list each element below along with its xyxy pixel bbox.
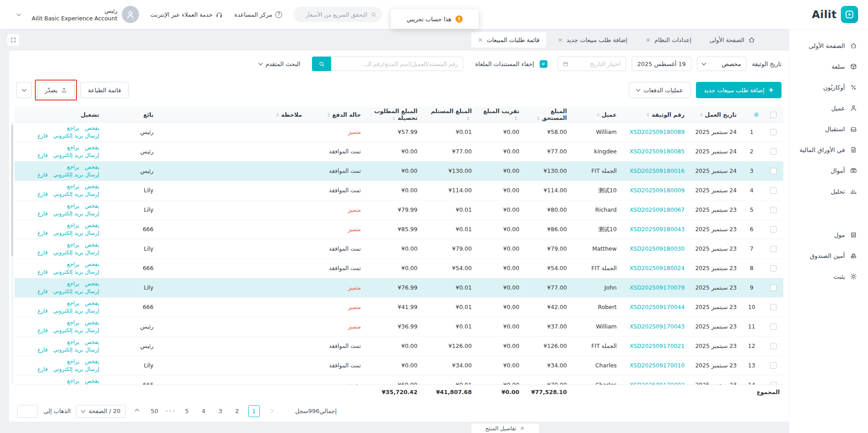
action-review-link[interactable]: يراجع — [67, 144, 79, 152]
page-50[interactable]: 50 — [149, 405, 160, 417]
quick-price-check[interactable] — [293, 7, 382, 22]
action-view-link[interactable]: يفحص — [85, 261, 99, 268]
action-view-link[interactable]: يفحص — [85, 338, 99, 346]
action-review-link[interactable]: يراجع — [67, 377, 79, 385]
search-button[interactable] — [312, 57, 331, 71]
account-menu[interactable]: رئيس Ailit Basic Experience Account — [32, 6, 139, 23]
sidebar-item-4[interactable]: استقبال — [789, 119, 868, 139]
account-caret-icon[interactable] — [17, 12, 21, 16]
row-checkbox[interactable] — [770, 226, 777, 233]
sort-icon[interactable] — [393, 117, 395, 120]
table-scrollbar[interactable] — [11, 122, 13, 384]
action-review-link[interactable]: يراجع — [67, 163, 79, 171]
document-number-link[interactable]: XSD202509180009 — [629, 187, 685, 194]
payment-operations-button[interactable]: عمليات الدفعات — [629, 82, 691, 98]
date-to-input[interactable]: اختيار التاريخ — [557, 57, 626, 71]
action-review-link[interactable]: يراجع — [67, 124, 79, 132]
action-void-link[interactable]: فارغ — [38, 307, 48, 315]
action-review-link[interactable]: يراجع — [67, 241, 79, 249]
action-send-email-link[interactable]: إرسال بريد إلكتروني — [53, 210, 99, 218]
column-doc_no[interactable]: رقم الوثيقة — [620, 107, 688, 123]
page-2[interactable]: 2 — [231, 405, 243, 417]
table-row[interactable]: 6 23 سبتمبر 2025 XSD202509180043 测试10 ¥8… — [14, 220, 783, 239]
action-send-email-link[interactable]: إرسال بريد إلكتروني — [53, 307, 99, 315]
sort-icon[interactable] — [467, 117, 470, 120]
fullscreen-toggle-button[interactable] — [7, 34, 19, 46]
document-number-link[interactable]: XSD202509180030 — [629, 245, 685, 252]
action-void-link[interactable]: فارغ — [38, 249, 48, 257]
row-checkbox[interactable] — [770, 246, 777, 252]
table-row[interactable]: 13 23 سبتمبر 2025 XSD202509170010 Charle… — [14, 356, 783, 376]
column-work_date[interactable]: تاريخ العمل — [688, 107, 740, 123]
action-review-link[interactable]: يراجع — [67, 261, 79, 268]
row-checkbox[interactable] — [770, 324, 777, 330]
product-details-drawer[interactable]: تفاصيل المنتج — [471, 423, 540, 433]
table-row[interactable]: 12 23 سبتمبر 2025 XSD202509170021 الجملة… — [14, 337, 783, 356]
help-center-link[interactable]: ? مركز المساعدة — [234, 11, 282, 18]
document-number-link[interactable]: XSD202509170044 — [629, 304, 685, 310]
table-row[interactable]: 4 24 سبتمبر 2025 XSD202509180009 测试10 ¥1… — [14, 181, 783, 200]
action-review-link[interactable]: يراجع — [67, 358, 79, 366]
action-void-link[interactable]: فارغ — [38, 288, 48, 295]
sort-icon[interactable] — [537, 117, 540, 120]
select-all-checkbox[interactable] — [770, 112, 777, 118]
date-from-input[interactable]: 19 أغسطس 2025 — [632, 57, 691, 71]
action-view-link[interactable]: يفحص — [85, 300, 99, 307]
document-number-link[interactable]: XSD202509180085 — [629, 148, 685, 155]
action-review-link[interactable]: يراجع — [67, 202, 79, 210]
row-checkbox[interactable] — [770, 343, 777, 349]
action-void-link[interactable]: فارغ — [38, 346, 48, 354]
scrollbar-thumb[interactable] — [11, 125, 13, 256]
document-search-input[interactable] — [331, 57, 463, 71]
sort-icon[interactable] — [276, 113, 279, 117]
action-send-email-link[interactable]: إرسال بريد إلكتروني — [53, 366, 99, 373]
action-view-link[interactable]: يفحص — [85, 319, 99, 327]
document-number-link[interactable]: XSD202509170021 — [629, 343, 685, 349]
table-row[interactable]: 1 24 سبتمبر 2025 XSD202509180089 William… — [14, 123, 783, 142]
brand-logo[interactable]: Ailit — [789, 6, 868, 23]
online-service-link[interactable]: خدمة العملاء عبر الإنترنت — [150, 11, 223, 18]
column-pay_status[interactable]: حالة الدفع — [306, 107, 364, 123]
action-void-link[interactable]: فارغ — [38, 171, 48, 179]
table-row[interactable]: 2 24 سبتمبر 2025 XSD202509180085 kingdee… — [14, 142, 783, 162]
row-checkbox[interactable] — [770, 207, 777, 213]
tab-1[interactable]: إعدادات النظام× — [639, 32, 697, 48]
column-to_collect[interactable]: المبلغ المطلوب تحصيله — [364, 107, 421, 123]
document-number-link[interactable]: XSD202509180024 — [629, 265, 685, 271]
sidebar-item-0[interactable]: الصفحة الأولى — [789, 35, 868, 56]
row-checkbox[interactable] — [770, 168, 777, 174]
document-number-link[interactable]: XSD202509170043 — [629, 323, 685, 330]
document-number-link[interactable]: XSD202509180067 — [629, 206, 685, 213]
action-send-email-link[interactable]: إرسال بريد إلكتروني — [53, 288, 99, 295]
table-row[interactable]: 14 23 سبتمبر 2025 XSD202509170002 Charle… — [14, 376, 783, 385]
table-row[interactable]: 9 23 سبتمبر 2025 XSD202509170079 John ¥7… — [14, 278, 783, 298]
document-number-link[interactable]: XSD202509180016 — [629, 167, 685, 174]
sidebar-item-6[interactable]: أموال — [789, 160, 868, 181]
sort-icon[interactable] — [514, 117, 517, 120]
sort-icon[interactable] — [327, 113, 330, 117]
tab-close-icon[interactable]: × — [645, 36, 651, 43]
sidebar-item-5[interactable]: في الأوراق المالية — [789, 139, 868, 160]
column-amount_due[interactable]: المبلغ المستحق — [523, 107, 571, 123]
action-view-link[interactable]: يفحص — [85, 124, 99, 132]
column-note[interactable]: ملاحظة — [157, 107, 306, 123]
column-settings[interactable] — [740, 107, 763, 123]
action-review-link[interactable]: يراجع — [67, 338, 79, 346]
table-row[interactable]: 8 23 سبتمبر 2025 XSD202509180024 الجملة … — [14, 259, 783, 278]
action-send-email-link[interactable]: إرسال بريد إلكتروني — [53, 229, 99, 237]
column-customer[interactable]: عميل — [571, 107, 620, 123]
row-checkbox[interactable] — [770, 265, 777, 271]
table-row[interactable]: 10 23 سبتمبر 2025 XSD202509170044 Robert… — [14, 298, 783, 317]
document-number-link[interactable]: XSD202509180089 — [629, 128, 685, 135]
action-send-email-link[interactable]: إرسال بريد إلكتروني — [53, 327, 99, 334]
page-1[interactable]: 1 — [248, 405, 260, 417]
document-number-link[interactable]: XSD202509180043 — [629, 226, 685, 233]
row-checkbox[interactable] — [770, 382, 777, 385]
table-row[interactable]: 7 23 سبتمبر 2025 XSD202509180030 Matthew… — [14, 239, 783, 259]
sidebar-item-8[interactable]: مول — [789, 224, 868, 245]
action-send-email-link[interactable]: إرسال بريد إلكتروني — [53, 249, 99, 257]
action-view-link[interactable]: يفحص — [85, 163, 99, 171]
table-row[interactable]: 5 23 سبتمبر 2025 XSD202509180067 Richard… — [14, 200, 783, 220]
action-void-link[interactable]: فارغ — [38, 268, 48, 276]
action-view-link[interactable]: يفحص — [85, 358, 99, 366]
